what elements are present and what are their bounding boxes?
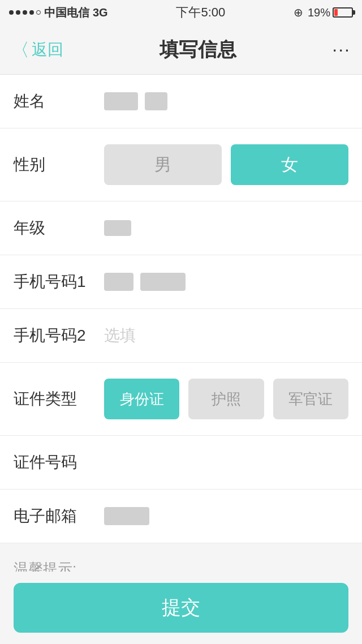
submit-button[interactable]: 提交 bbox=[14, 583, 348, 633]
name-blur-1 bbox=[104, 92, 138, 110]
submit-area: 提交 bbox=[0, 572, 362, 644]
email-label: 电子邮箱 bbox=[14, 505, 104, 527]
network-label: 3G bbox=[93, 6, 108, 19]
grade-value[interactable] bbox=[104, 220, 131, 236]
email-row: 电子邮箱 bbox=[0, 490, 362, 543]
id-type-military-button[interactable]: 军官证 bbox=[273, 379, 348, 419]
id-number-row: 证件号码 bbox=[0, 436, 362, 490]
phone1-row: 手机号码1 bbox=[0, 255, 362, 309]
phone1-label: 手机号码1 bbox=[14, 271, 104, 293]
back-chevron-icon: 〈 bbox=[11, 41, 29, 59]
back-button[interactable]: 〈 返回 bbox=[11, 39, 63, 61]
gender-male-button[interactable]: 男 bbox=[104, 144, 222, 185]
battery-fill bbox=[334, 9, 338, 16]
gender-buttons: 男 女 bbox=[104, 144, 348, 185]
name-value[interactable] bbox=[104, 92, 167, 110]
signal-dot-4 bbox=[29, 10, 34, 15]
signal-dot-5 bbox=[36, 10, 41, 15]
battery-percent: 19% bbox=[308, 6, 330, 19]
id-type-buttons: 身份证 护照 军官证 bbox=[104, 379, 348, 419]
id-type-label: 证件类型 bbox=[14, 388, 104, 410]
lock-icon: ⊕ bbox=[294, 6, 303, 19]
gender-label: 性别 bbox=[14, 154, 104, 175]
phone2-placeholder[interactable]: 选填 bbox=[104, 325, 136, 346]
battery-container: 19% bbox=[308, 6, 353, 19]
name-row: 姓名 bbox=[0, 75, 362, 128]
signal-dots bbox=[9, 10, 41, 15]
status-bar: 中国电信 3G 下午5:00 ⊕ 19% bbox=[0, 0, 362, 25]
grade-row: 年级 bbox=[0, 201, 362, 255]
signal-dot-3 bbox=[23, 10, 27, 15]
page-title: 填写信息 bbox=[160, 37, 236, 63]
email-value[interactable] bbox=[104, 507, 149, 525]
signal-dot-2 bbox=[16, 10, 20, 15]
grade-label: 年级 bbox=[14, 217, 104, 239]
id-type-passport-button[interactable]: 护照 bbox=[188, 379, 264, 419]
phone2-label: 手机号码2 bbox=[14, 325, 104, 346]
id-number-label: 证件号码 bbox=[14, 452, 104, 473]
status-time: 下午5:00 bbox=[176, 4, 225, 21]
more-button[interactable]: ··· bbox=[332, 39, 351, 60]
nav-bar: 〈 返回 填写信息 ··· bbox=[0, 25, 362, 75]
id-type-row: 证件类型 身份证 护照 军官证 bbox=[0, 363, 362, 436]
grade-blur-1 bbox=[104, 220, 131, 236]
id-type-idcard-button[interactable]: 身份证 bbox=[104, 379, 179, 419]
status-right: ⊕ 19% bbox=[294, 6, 353, 19]
email-blur-1 bbox=[104, 507, 149, 525]
phone1-value[interactable] bbox=[104, 273, 186, 291]
gender-female-button[interactable]: 女 bbox=[231, 144, 348, 185]
gender-row: 性别 男 女 bbox=[0, 128, 362, 201]
name-label: 姓名 bbox=[14, 91, 104, 112]
form-container: 姓名 性别 男 女 年级 手机号码1 手机号码2 选填 证件类型 bbox=[0, 75, 362, 543]
battery-icon bbox=[333, 7, 353, 18]
phone1-blur-2 bbox=[140, 273, 186, 291]
carrier-label: 中国电信 bbox=[44, 5, 89, 20]
phone1-blur-1 bbox=[104, 273, 133, 291]
name-blur-2 bbox=[145, 92, 167, 110]
back-label: 返回 bbox=[32, 39, 63, 61]
status-left: 中国电信 3G bbox=[9, 5, 108, 20]
phone2-row: 手机号码2 选填 bbox=[0, 309, 362, 363]
signal-dot-1 bbox=[9, 10, 14, 15]
